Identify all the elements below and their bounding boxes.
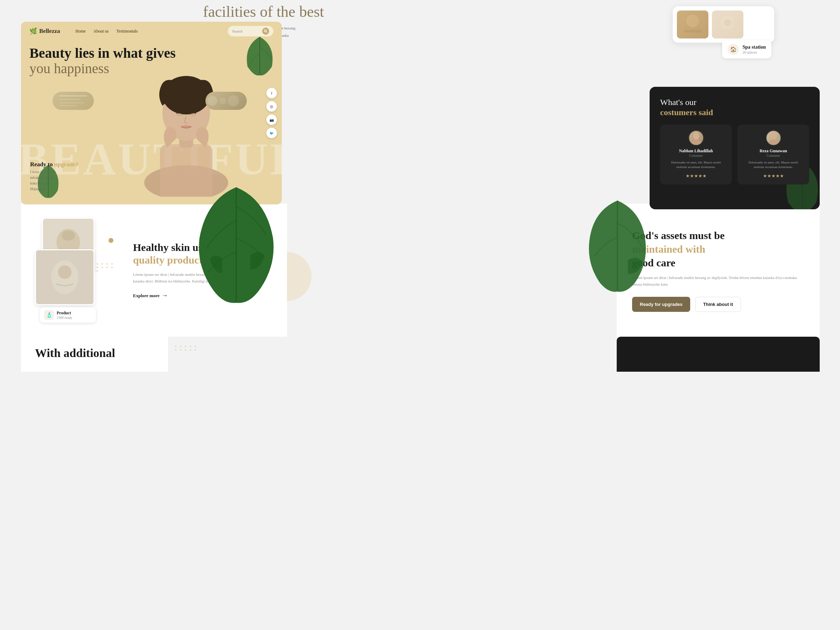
twitter-icon[interactable]: 🐦	[266, 128, 277, 138]
hero-pill-left	[52, 92, 94, 110]
hero-navbar: 🌿 Bellezza Home About us Testimonials Se…	[21, 22, 282, 41]
spa-card	[673, 6, 774, 43]
product-content: Healthy skin using quality products Lōre…	[133, 241, 273, 299]
product-badge: 🧴 Product 1500 ready	[40, 307, 96, 323]
social-icons: f ◎ 📷 🐦	[266, 88, 277, 138]
testimonial-text-2: Dolorisathe sit amet, elit. Mauris morbi…	[743, 160, 804, 170]
circle-icon[interactable]: ◎	[266, 101, 277, 112]
logo-text: Bellezza	[39, 28, 60, 35]
product-desc: Lōrem ipsum ser dirat | Infrarade multin…	[133, 271, 273, 284]
hero-headline: Beauty lies in what gives you happiness	[29, 46, 247, 76]
facebook-icon[interactable]: f	[266, 88, 277, 98]
leaf-top-right	[244, 35, 275, 77]
spa-station-places: 20 places	[742, 50, 766, 54]
hero-section: BEAUTIFUL 🌿 Bellezza Home About us Testi…	[21, 22, 282, 204]
testimonial-card-2: Reza Gunawan Costumer Dolorisathe sit am…	[737, 125, 809, 185]
svg-line-7	[266, 32, 267, 33]
ready-upgrades-button[interactable]: Ready for upgrades	[632, 297, 690, 312]
search-box[interactable]: Search	[228, 26, 273, 36]
spa-card-img2	[712, 11, 744, 38]
svg-point-13	[208, 96, 217, 106]
assets-desc: Lōrem ipsum ser dirat | Infrarade multin…	[632, 275, 804, 287]
svg-point-14	[219, 97, 226, 104]
testimonial-name-1: Nabhan Lihadillah	[666, 148, 726, 154]
nav-home[interactable]: Home	[75, 29, 85, 34]
testimonial-text-1: Dolorisathe sit amet, elit. Mauris morbi…	[666, 160, 726, 170]
spa-station-icon: 🏠	[728, 44, 739, 55]
svg-point-33	[58, 265, 72, 279]
hero-pill-right	[205, 92, 247, 110]
search-placeholder: Search	[232, 29, 260, 33]
assets-title: God's assets must be maintained with goo…	[632, 229, 804, 270]
product-badge-title: Product	[57, 311, 73, 316]
instagram-icon[interactable]: 📷	[266, 114, 277, 125]
svg-rect-2	[684, 30, 701, 33]
explore-arrow-icon: →	[162, 292, 168, 299]
svg-point-26	[768, 140, 778, 145]
nav-about[interactable]: About us	[93, 29, 109, 34]
dot-grid	[96, 263, 114, 272]
svg-rect-17	[160, 144, 212, 197]
hero-logo: 🌿 Bellezza	[29, 27, 60, 35]
ready-title: Ready to upgrade?	[30, 161, 78, 168]
hero-title-2: you happiness	[29, 61, 247, 76]
spa-heading-line1: facilities of the best	[203, 3, 324, 20]
search-icon[interactable]	[262, 28, 269, 35]
product-title2: quality products	[133, 254, 273, 266]
testimonial-avatar-2	[766, 130, 781, 145]
test-heading1: What's our	[660, 97, 809, 107]
svg-point-24	[691, 140, 701, 145]
testimonial-stars-2: ★★★★★	[743, 173, 804, 179]
additional-section: With additional	[21, 337, 168, 372]
products-section: 🧴 Product 1500 ready Healthy skin using …	[21, 204, 287, 337]
dot-pattern-bottom	[175, 346, 197, 351]
svg-point-1	[686, 15, 699, 27]
testimonials-section: What's our costumers said Nabhan Lihadil…	[650, 87, 820, 209]
svg-point-29	[62, 231, 75, 241]
assets-section: God's assets must be maintained with goo…	[617, 204, 820, 337]
additional-title: With additional	[35, 346, 154, 360]
testimonial-stars-1: ★★★★★	[666, 173, 726, 179]
testimonial-role-2: Costumer	[743, 154, 804, 158]
explore-more-link[interactable]: Explore more →	[133, 292, 273, 299]
svg-point-15	[228, 95, 239, 106]
product-badge-icon: 🧴	[44, 310, 54, 320]
product-title1: Healthy skin using	[133, 241, 273, 254]
product-images: 🧴 Product 1500 ready	[35, 218, 115, 323]
nav-links: Home About us Testimonials	[75, 29, 137, 34]
svg-point-23	[693, 132, 699, 140]
svg-rect-8	[52, 92, 94, 110]
testimonial-name-2: Reza Gunawan	[743, 148, 804, 154]
spa-station-name: Spa station	[742, 44, 766, 50]
bottom-dark-section	[617, 337, 820, 372]
spa-card-img1	[677, 11, 708, 38]
test-heading2: costumers said	[660, 107, 809, 118]
logo-leaf-icon: 🌿	[29, 27, 37, 35]
testimonial-cards: Nabhan Lihadillah Costumer Dolorisathe s…	[660, 125, 809, 185]
ready-desc: Lōrem ipsum dom infraktig seskade koka b…	[30, 169, 78, 192]
svg-point-25	[770, 132, 776, 140]
product-img-bottom	[35, 249, 95, 305]
nav-testimonials[interactable]: Testimonials	[116, 29, 137, 34]
svg-point-6	[264, 30, 266, 32]
assets-buttons: Ready for upgrades Think about it	[632, 297, 804, 312]
spa-station-badge: 🏠 Spa station 20 places	[722, 40, 771, 58]
testimonial-card-1: Nabhan Lihadillah Costumer Dolorisathe s…	[660, 125, 732, 185]
svg-point-5	[724, 19, 731, 26]
testimonial-avatar-1	[688, 130, 704, 145]
ready-upgrade-box: Ready to upgrade? Lōrem ipsum dom infrak…	[30, 161, 78, 192]
hero-title-1: Beauty lies in what gives	[29, 46, 247, 61]
think-about-it-button[interactable]: Think about it	[695, 297, 741, 312]
product-badge-sub: 1500 ready	[57, 316, 73, 319]
testimonial-role-1: Costumer	[666, 154, 726, 158]
gold-dot	[109, 238, 114, 243]
